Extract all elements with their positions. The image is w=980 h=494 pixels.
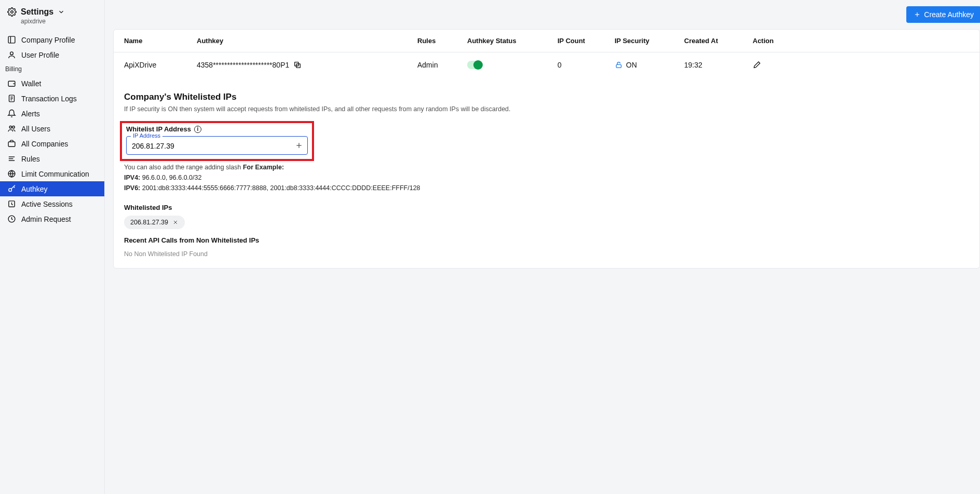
sidebar-item-label: Company Profile xyxy=(21,36,75,44)
ip-address-input[interactable] xyxy=(132,142,289,150)
user-icon xyxy=(7,50,16,59)
remove-ip-icon[interactable] xyxy=(172,219,179,225)
th-rules: Rules xyxy=(417,37,467,45)
clock-icon xyxy=(7,199,16,208)
cell-ipcount: 0 xyxy=(557,61,615,69)
th-ipcount: IP Count xyxy=(557,37,615,45)
svg-rect-1 xyxy=(8,36,15,43)
create-authkey-button[interactable]: Create Authkey xyxy=(906,6,980,23)
th-status: Authkey Status xyxy=(467,37,557,45)
sidebar-item-label: All Users xyxy=(21,125,50,133)
topbar: Create Authkey xyxy=(105,0,980,29)
users-icon xyxy=(7,124,16,133)
th-ipsec: IP Security xyxy=(615,37,684,45)
whitelist-desc: If IP security is ON then system will ac… xyxy=(114,105,979,121)
info-icon[interactable]: i xyxy=(194,126,201,133)
sidebar-item-label: Rules xyxy=(21,155,40,163)
list-icon xyxy=(7,154,16,163)
whitelist-title: Company's Whitelisted IPs xyxy=(114,83,979,105)
svg-point-9 xyxy=(9,126,11,128)
sidebar-item-label: Alerts xyxy=(21,110,40,118)
chevron-down-icon[interactable] xyxy=(58,8,65,16)
th-action: Action xyxy=(753,37,969,45)
sidebar-item-label: Admin Request xyxy=(21,215,71,223)
layout-icon xyxy=(7,35,16,44)
sidebar-item-all-companies[interactable]: All Companies xyxy=(0,136,104,151)
chip-label: 206.81.27.39 xyxy=(130,219,168,226)
plus-icon xyxy=(914,11,921,18)
copy-icon[interactable] xyxy=(293,61,302,69)
cell-rules: Admin xyxy=(417,61,467,69)
recent-calls-empty: No Non Whitelisted IP Found xyxy=(114,248,979,268)
globe-icon xyxy=(7,169,16,178)
th-authkey: Authkey xyxy=(197,37,417,45)
sidebar-item-label: Active Sessions xyxy=(21,200,73,208)
sidebar-item-limit-communication[interactable]: Limit Communication xyxy=(0,166,104,181)
sidebar-item-authkey[interactable]: Authkey xyxy=(0,181,104,196)
cell-authkey: 4358*********************80P1 xyxy=(197,61,289,69)
sidebar-item-label: Wallet xyxy=(21,79,41,88)
status-toggle[interactable] xyxy=(467,61,483,69)
sidebar-item-label: User Profile xyxy=(21,51,59,59)
sidebar-item-alerts[interactable]: Alerts xyxy=(0,106,104,121)
lock-icon xyxy=(615,61,623,69)
sidebar: Settings apixdrive Company Profile User … xyxy=(0,0,105,494)
ip-input-container[interactable]: IP Address xyxy=(126,136,308,155)
sidebar-item-user-profile[interactable]: User Profile xyxy=(0,47,104,62)
sidebar-item-label: Limit Communication xyxy=(21,170,89,178)
sidebar-header[interactable]: Settings xyxy=(0,7,104,18)
main: Create Authkey Name Authkey Rules Authke… xyxy=(105,0,980,494)
svg-point-10 xyxy=(12,126,15,128)
svg-rect-24 xyxy=(616,64,621,68)
sidebar-item-active-sessions[interactable]: Active Sessions xyxy=(0,196,104,211)
svg-rect-11 xyxy=(8,142,15,146)
add-ip-icon[interactable] xyxy=(295,141,303,150)
svg-point-3 xyxy=(10,52,13,55)
th-created: Created At xyxy=(684,37,753,45)
sidebar-item-label: Authkey xyxy=(21,185,48,193)
bell-icon xyxy=(7,109,16,118)
sidebar-item-company-profile[interactable]: Company Profile xyxy=(0,32,104,47)
table-header: Name Authkey Rules Authkey Status IP Cou… xyxy=(114,30,979,52)
ip-float-label: IP Address xyxy=(131,132,162,139)
sidebar-item-transaction-logs[interactable]: Transaction Logs xyxy=(0,91,104,106)
recent-calls-title: Recent API Calls from Non Whitelisted IP… xyxy=(114,229,979,248)
whitelisted-ip-chip: 206.81.27.39 xyxy=(124,216,185,229)
cell-created: 19:32 xyxy=(684,61,753,69)
key-icon xyxy=(7,184,16,193)
sidebar-section-billing: Billing xyxy=(0,62,104,76)
table-row: ApiXDrive 4358*********************80P1 … xyxy=(114,52,979,83)
wallet-icon xyxy=(7,79,16,88)
th-name: Name xyxy=(124,37,197,45)
gear-icon xyxy=(7,7,17,17)
whitelist-field-label: Whitelist IP Address xyxy=(126,125,191,133)
cell-name: ApiXDrive xyxy=(124,61,197,69)
sidebar-item-wallet[interactable]: Wallet xyxy=(0,76,104,91)
whitelisted-ips-title: Whitelisted IPs xyxy=(114,196,979,216)
sidebar-item-label: Transaction Logs xyxy=(21,95,77,103)
edit-icon[interactable] xyxy=(753,61,761,69)
shield-icon xyxy=(7,215,16,223)
sidebar-subtitle: apixdrive xyxy=(0,18,104,25)
sidebar-item-all-users[interactable]: All Users xyxy=(0,121,104,136)
document-icon xyxy=(7,94,16,103)
ip-range-note: You can also add the range adding slash … xyxy=(114,159,979,196)
sidebar-item-admin-request[interactable]: Admin Request xyxy=(0,211,104,226)
briefcase-icon xyxy=(7,139,16,148)
svg-point-0 xyxy=(11,11,13,14)
create-authkey-label: Create Authkey xyxy=(924,10,974,19)
svg-point-17 xyxy=(9,189,12,192)
authkey-card: Name Authkey Rules Authkey Status IP Cou… xyxy=(113,29,980,269)
sidebar-title: Settings xyxy=(21,7,53,17)
sidebar-item-rules[interactable]: Rules xyxy=(0,151,104,166)
sidebar-item-label: All Companies xyxy=(21,140,68,148)
highlighted-ip-input-area: Whitelist IP Address i IP Address xyxy=(120,121,314,161)
cell-ipsec: ON xyxy=(626,61,637,69)
